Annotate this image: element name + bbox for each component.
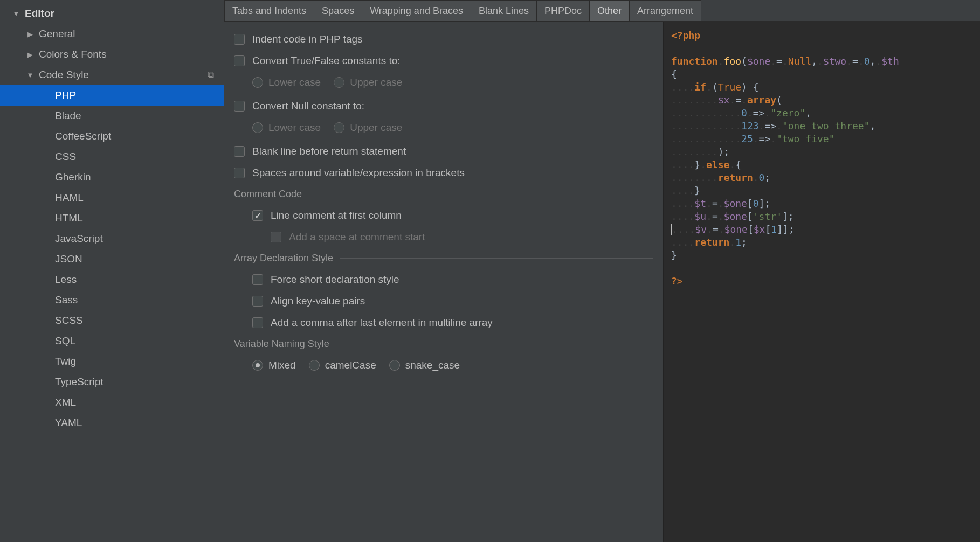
radio-icon[interactable] (252, 77, 263, 88)
checkbox-icon[interactable] (234, 101, 245, 112)
kw-if: if (694, 81, 706, 93)
radio-group-true-false-case: Lower case Upper case (234, 77, 653, 88)
tab-phpdoc[interactable]: PHPDoc (537, 0, 590, 21)
tree-node-sql[interactable]: SQL (0, 331, 224, 351)
opt-convert-true-false[interactable]: Convert True/False constants to: (234, 55, 653, 67)
radio-lower-case[interactable]: Lower case (252, 77, 321, 88)
tree-node-gherkin[interactable]: Gherkin (0, 167, 224, 187)
opt-force-short-decl[interactable]: Force short declaration style (234, 274, 653, 286)
radio-lower-case[interactable]: Lower case (252, 122, 321, 134)
radio-upper-case[interactable]: Upper case (334, 122, 402, 134)
section-label: Variable Naming Style (234, 338, 329, 350)
opt-line-comment-first-col[interactable]: Line comment at first column (234, 210, 653, 221)
tree-node-code-style[interactable]: ▼ Code Style ⧉ (0, 65, 224, 85)
opt-convert-null[interactable]: Convert Null constant to: (234, 100, 653, 112)
code-preview: <?php function.foo($one.=.Null,.$two.=.0… (663, 22, 980, 542)
checkbox-icon[interactable] (234, 34, 245, 45)
tree-node-editor[interactable]: ▼ Editor (0, 3, 224, 24)
php-open-tag: <?php (671, 30, 700, 41)
option-label: Blank line before return statement (252, 145, 406, 157)
chevron-down-icon: ▼ (25, 71, 36, 79)
idx-1: 1 (771, 224, 777, 235)
tree-node-php[interactable]: PHP (0, 85, 224, 106)
tree-label: Twig (52, 356, 76, 367)
tree-label: HAML (52, 192, 84, 204)
radio-icon[interactable] (252, 122, 263, 133)
tree-node-xml[interactable]: XML (0, 392, 224, 413)
tab-blank-lines[interactable]: Blank Lines (471, 0, 537, 21)
tree-node-haml[interactable]: HAML (0, 187, 224, 208)
radio-label: Upper case (350, 122, 402, 134)
tab-spaces[interactable]: Spaces (314, 0, 362, 21)
idx-0: 0 (753, 198, 759, 209)
key-123: 123 (741, 120, 759, 131)
radio-icon[interactable] (389, 360, 400, 371)
radio-icon[interactable] (309, 360, 320, 371)
tab-tabs-indents[interactable]: Tabs and Indents (224, 0, 314, 21)
section-comment-code: Comment Code (234, 189, 653, 200)
opt-align-kv[interactable]: Align key-value pairs (234, 295, 653, 307)
radio-icon[interactable] (252, 360, 263, 371)
opt-spaces-around-brackets[interactable]: Spaces around variable/expression in bra… (234, 167, 653, 179)
radio-icon[interactable] (334, 122, 344, 133)
tree-node-blade[interactable]: Blade (0, 106, 224, 126)
tab-wrapping-braces[interactable]: Wrapping and Braces (362, 0, 471, 21)
tree-node-general[interactable]: ▶ General (0, 24, 224, 44)
var-one: $one (724, 198, 747, 209)
chevron-down-icon: ▼ (11, 10, 22, 18)
chevron-right-icon: ▶ (25, 51, 36, 59)
tree-node-twig[interactable]: Twig (0, 351, 224, 372)
tree-label: XML (52, 397, 76, 408)
tree-node-colors-fonts[interactable]: ▶ Colors & Fonts (0, 44, 224, 65)
radio-group-var-naming: Mixed camelCase snake_case (234, 359, 653, 371)
tree-node-scss[interactable]: SCSS (0, 310, 224, 331)
checkbox-icon[interactable] (234, 146, 245, 157)
copy-icon[interactable]: ⧉ (208, 70, 214, 80)
checkbox-icon[interactable] (252, 296, 263, 307)
opt-add-comma-last[interactable]: Add a comma after last element in multil… (234, 317, 653, 329)
opt-indent-php-tags[interactable]: Indent code in PHP tags (234, 33, 653, 45)
option-label: Spaces around variable/expression in bra… (252, 167, 465, 179)
checkbox-icon[interactable] (252, 274, 263, 285)
divider (336, 344, 653, 344)
tree-node-json[interactable]: JSON (0, 249, 224, 269)
idx-str: 'str' (753, 211, 782, 222)
radio-icon[interactable] (334, 77, 344, 88)
var-v: $v (695, 224, 707, 235)
checkbox-icon[interactable] (234, 55, 245, 66)
tab-arrangement[interactable]: Arrangement (630, 0, 701, 21)
radio-snakecase[interactable]: snake_case (389, 359, 460, 371)
tree-node-html[interactable]: HTML (0, 208, 224, 228)
radio-mixed[interactable]: Mixed (252, 359, 296, 371)
tree-node-less[interactable]: Less (0, 269, 224, 290)
radio-label: Mixed (268, 359, 296, 371)
opt-blank-before-return[interactable]: Blank line before return statement (234, 145, 653, 157)
tree-node-javascript[interactable]: JavaScript (0, 228, 224, 249)
radio-camelcase[interactable]: camelCase (309, 359, 376, 371)
checkbox-icon (271, 232, 281, 242)
tab-other[interactable]: Other (590, 0, 630, 21)
tree-node-css[interactable]: CSS (0, 147, 224, 167)
tree-label: JavaScript (52, 233, 103, 245)
var-one: $one (724, 224, 748, 235)
var-one: $one (747, 55, 770, 67)
tree-label: YAML (52, 417, 82, 429)
option-label: Add a space at comment start (289, 231, 425, 243)
radio-label: camelCase (325, 359, 376, 371)
checkbox-icon[interactable] (252, 317, 263, 328)
tree-node-coffeescript[interactable]: CoffeeScript (0, 126, 224, 147)
tree-node-typescript[interactable]: TypeScript (0, 372, 224, 392)
radio-label: Lower case (268, 122, 321, 134)
section-label: Array Declaration Style (234, 253, 333, 264)
const-null: Null (788, 55, 811, 67)
options-pane: Indent code in PHP tags Convert True/Fal… (224, 22, 663, 542)
radio-upper-case[interactable]: Upper case (334, 77, 402, 88)
tree-node-sass[interactable]: Sass (0, 290, 224, 310)
settings-tree-sidebar: ▼ Editor ▶ General ▶ Colors & Fonts ▼ Co… (0, 0, 224, 542)
tree-node-yaml[interactable]: YAML (0, 413, 224, 433)
checkbox-icon[interactable] (252, 210, 263, 221)
tree-label: CoffeeScript (52, 130, 111, 142)
num-zero: 0 (864, 55, 870, 67)
var-th: $th (881, 55, 899, 67)
checkbox-icon[interactable] (234, 168, 245, 178)
